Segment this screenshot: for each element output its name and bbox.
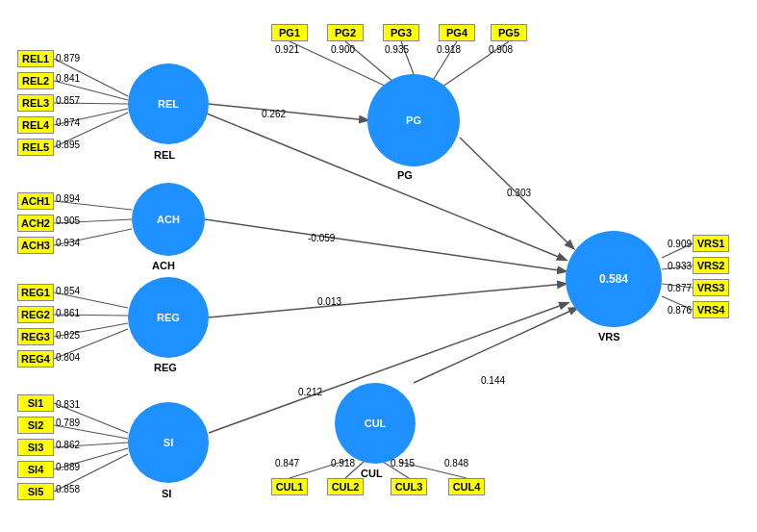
box-REL2: REL2 xyxy=(17,72,54,89)
box-REG2: REG2 xyxy=(17,306,54,323)
loading-PG3: 0.935 xyxy=(385,44,409,55)
box-CUL1: CUL1 xyxy=(271,478,308,495)
loading-CUL1: 0.847 xyxy=(275,458,299,469)
loading-SI3: 0.862 xyxy=(56,440,80,450)
loading-VRS2: 0.933 xyxy=(668,261,692,271)
label-ACH: ACH xyxy=(152,260,175,271)
loading-REL3: 0.857 xyxy=(56,95,80,106)
loading-VRS3: 0.877 xyxy=(668,283,692,293)
loading-REG3: 0.825 xyxy=(56,330,80,341)
box-VRS3: VRS3 xyxy=(693,279,729,296)
box-VRS1: VRS1 xyxy=(693,235,729,252)
box-REG1: REG1 xyxy=(17,284,54,301)
box-SI2: SI2 xyxy=(17,417,54,434)
loading-PG1: 0.921 xyxy=(275,44,299,55)
box-ACH1: ACH1 xyxy=(17,192,54,210)
box-REL1: REL1 xyxy=(17,50,54,67)
label-CUL: CUL xyxy=(361,468,383,479)
loading-REL1: 0.879 xyxy=(56,53,80,63)
path-PG-VRS: 0.303 xyxy=(507,188,531,198)
circle-REG: REG xyxy=(128,277,209,358)
box-PG2: PG2 xyxy=(327,24,364,41)
svg-line-36 xyxy=(414,308,577,383)
circle-PG-label: PG xyxy=(406,114,421,126)
box-REL4: REL4 xyxy=(17,116,54,134)
loading-SI5a: 0.858 xyxy=(56,484,80,494)
box-REG3: REG3 xyxy=(17,328,54,345)
loading-REL4: 0.874 xyxy=(56,117,80,128)
svg-line-30 xyxy=(209,104,367,120)
box-VRS4: VRS4 xyxy=(693,301,729,318)
path-SI-VRS: 0.212 xyxy=(298,387,322,397)
circle-VRS-rsq: 0.584 xyxy=(599,272,628,286)
label-VRS: VRS xyxy=(598,331,620,342)
label-REL: REL xyxy=(154,149,175,161)
loading-SI5b: 0.831 xyxy=(56,399,80,410)
loading-REG1: 0.854 xyxy=(56,286,80,296)
circle-REL: REL xyxy=(128,63,209,144)
circle-SI: SI xyxy=(128,402,209,483)
loading-REL5: 0.895 xyxy=(56,139,80,150)
loading-VRS4: 0.876 xyxy=(668,305,692,316)
loading-REG2: 0.861 xyxy=(56,308,80,318)
box-CUL4: CUL4 xyxy=(448,478,485,495)
loading-VRS1: 0.909 xyxy=(668,239,692,249)
loading-PG2: 0.900 xyxy=(331,44,355,55)
label-REG: REG xyxy=(154,362,177,373)
box-SI4: SI4 xyxy=(17,461,54,478)
path-diagram: REL REL ACH ACH REG REG SI SI PG PG 0.58… xyxy=(0,0,757,532)
box-VRS2: VRS2 xyxy=(693,257,729,274)
box-SI1: SI1 xyxy=(17,394,54,412)
loading-REG4: 0.804 xyxy=(56,352,80,363)
circle-ACH: ACH xyxy=(132,183,205,256)
circle-CUL-label: CUL xyxy=(365,418,387,429)
circle-ACH-label: ACH xyxy=(157,214,180,225)
box-REG4: REG4 xyxy=(17,350,54,367)
circle-CUL: CUL xyxy=(335,383,416,464)
loading-SI2: 0.789 xyxy=(56,418,80,428)
loading-PG4: 0.918 xyxy=(437,44,461,55)
circle-PG: PG xyxy=(367,74,460,166)
box-PG4: PG4 xyxy=(439,24,475,41)
loading-PG5: 0.908 xyxy=(489,44,513,55)
box-REL5: REL5 xyxy=(17,139,54,156)
box-ACH2: ACH2 xyxy=(17,215,54,232)
loading-ACH3: 0.934 xyxy=(56,238,80,248)
loading-ACH1: 0.894 xyxy=(56,193,80,204)
svg-line-33 xyxy=(209,284,566,317)
circle-REG-label: REG xyxy=(157,312,180,323)
box-PG5: PG5 xyxy=(491,24,527,41)
path-CUL-VRS: 0.144 xyxy=(481,375,505,386)
box-CUL2: CUL2 xyxy=(327,478,364,495)
box-PG3: PG3 xyxy=(383,24,419,41)
box-REL3: REL3 xyxy=(17,94,54,112)
circle-REL-label: REL xyxy=(158,98,179,110)
box-CUL3: CUL3 xyxy=(391,478,427,495)
circle-VRS: 0.584 xyxy=(566,231,662,327)
circle-SI-label: SI xyxy=(164,437,173,448)
box-PG1: PG1 xyxy=(271,24,308,41)
path-ACH-VRS: -0.059 xyxy=(308,233,335,243)
label-PG: PG xyxy=(397,169,413,181)
box-ACH3: ACH3 xyxy=(17,237,54,254)
loading-SI4: 0.889 xyxy=(56,462,80,472)
box-SI3: SI3 xyxy=(17,439,54,456)
loading-CUL3: 0.915 xyxy=(391,458,415,469)
label-SI: SI xyxy=(162,488,171,499)
box-SI5: SI5 xyxy=(17,483,54,500)
svg-line-32 xyxy=(205,219,566,271)
loading-CUL2: 0.918 xyxy=(331,458,355,469)
path-REL-PG: 0.262 xyxy=(262,109,286,119)
loading-CUL4: 0.848 xyxy=(444,458,468,469)
loading-ACH2: 0.905 xyxy=(56,215,80,226)
path-REG-VRS: 0.013 xyxy=(317,296,341,307)
loading-REL2: 0.841 xyxy=(56,73,80,84)
